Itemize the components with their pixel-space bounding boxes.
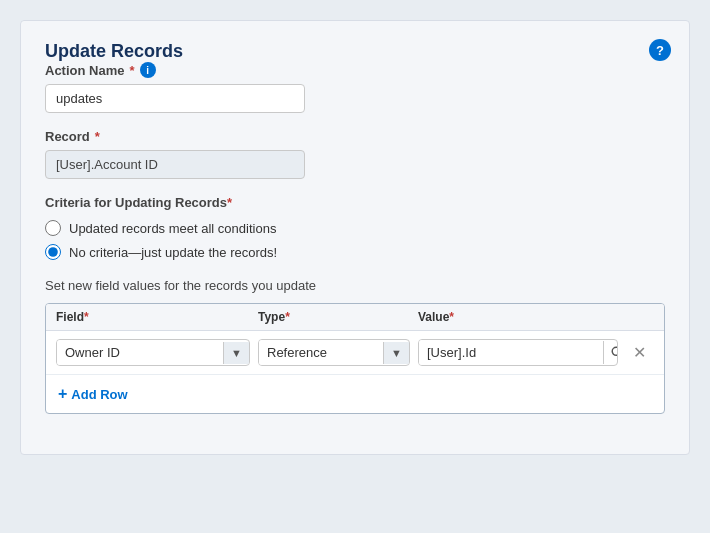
criteria-radio-1[interactable] bbox=[45, 220, 61, 236]
set-values-group: Set new field values for the records you… bbox=[45, 278, 665, 414]
add-row-area: + Add Row bbox=[46, 375, 664, 413]
field-table-header: Field* Type* Value* bbox=[46, 304, 664, 331]
delete-row-button[interactable]: ✕ bbox=[618, 343, 654, 362]
type-select[interactable]: Reference Formula Literal bbox=[259, 340, 383, 365]
page-title: Update Records bbox=[45, 41, 183, 61]
action-name-group: Action Name* i bbox=[45, 62, 665, 113]
record-label: Record* bbox=[45, 129, 665, 144]
add-row-button[interactable]: + Add Row bbox=[58, 385, 128, 403]
criteria-option-2[interactable]: No criteria—just update the records! bbox=[45, 244, 665, 260]
type-dropdown-btn[interactable]: ▼ bbox=[383, 342, 409, 364]
header-value: Value* bbox=[418, 310, 618, 324]
table-row: Owner ID ▼ Reference Formula Literal ▼ bbox=[46, 331, 664, 375]
help-icon[interactable]: ? bbox=[649, 39, 671, 61]
update-records-card: Update Records ? Action Name* i Record* … bbox=[20, 20, 690, 455]
record-input[interactable] bbox=[45, 150, 305, 179]
record-group: Record* bbox=[45, 129, 665, 179]
criteria-group: Criteria for Updating Records* Updated r… bbox=[45, 195, 665, 260]
criteria-label: Criteria for Updating Records* bbox=[45, 195, 665, 210]
criteria-radio-2[interactable] bbox=[45, 244, 61, 260]
criteria-radio-group: Updated records meet all conditions No c… bbox=[45, 220, 665, 260]
header-type: Type* bbox=[258, 310, 418, 324]
action-name-label: Action Name* i bbox=[45, 62, 665, 78]
value-cell bbox=[418, 339, 618, 366]
header-field: Field* bbox=[56, 310, 258, 324]
field-dropdown-btn[interactable]: ▼ bbox=[223, 342, 249, 364]
set-values-label: Set new field values for the records you… bbox=[45, 278, 665, 293]
field-table: Field* Type* Value* Owner ID ▼ bbox=[45, 303, 665, 414]
search-button[interactable] bbox=[603, 341, 618, 364]
action-name-info-icon[interactable]: i bbox=[140, 62, 156, 78]
action-name-input[interactable] bbox=[45, 84, 305, 113]
plus-icon: + bbox=[58, 385, 67, 403]
field-cell: Owner ID ▼ bbox=[56, 339, 250, 366]
type-cell: Reference Formula Literal ▼ bbox=[258, 339, 410, 366]
value-input[interactable] bbox=[419, 340, 603, 365]
criteria-option-1[interactable]: Updated records meet all conditions bbox=[45, 220, 665, 236]
field-select[interactable]: Owner ID bbox=[57, 340, 223, 365]
